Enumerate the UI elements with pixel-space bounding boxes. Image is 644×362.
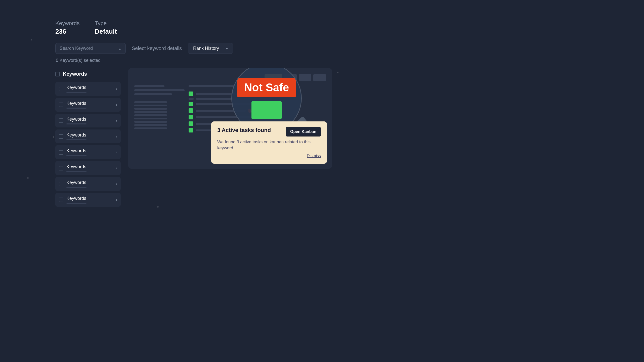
type-label: Type <box>95 20 117 27</box>
keyword-name: Keywords <box>66 85 113 90</box>
green-status-indicator <box>189 121 193 126</box>
green-status-indicator <box>189 102 193 106</box>
notification-body: We found 3 active tasks on kanban relate… <box>217 139 321 151</box>
chevron-right-icon: › <box>116 87 117 91</box>
search-icon: ⌕ <box>119 46 121 51</box>
keyword-name: Keywords <box>66 117 113 122</box>
chevron-right-icon: › <box>116 182 117 186</box>
green-status-indicator <box>189 128 193 132</box>
item-checkbox[interactable] <box>59 182 63 186</box>
data-row-line <box>134 121 167 123</box>
keywords-stat: Keywords 236 <box>55 20 80 35</box>
chevron-right-icon: › <box>116 118 117 123</box>
data-row-line <box>134 114 167 116</box>
content-line <box>134 85 164 87</box>
notification-title: 3 Active tasks found <box>217 127 271 133</box>
keyword-name: Keywords <box>66 101 113 106</box>
item-checkbox[interactable] <box>59 103 63 107</box>
chevron-right-icon: › <box>116 150 117 155</box>
dismiss-button[interactable]: Dismiss <box>217 154 321 158</box>
keyword-panel: Keywords Keywords › Keywords › <box>55 68 121 209</box>
chevron-down-icon: ▾ <box>226 47 228 51</box>
keyword-bar <box>66 187 87 188</box>
content-line <box>134 89 185 91</box>
data-row-line <box>134 124 167 126</box>
green-status-indicator <box>189 92 193 96</box>
keyword-bar <box>66 203 87 204</box>
select-all-checkbox[interactable] <box>55 72 60 76</box>
green-status-indicator <box>189 108 193 113</box>
green-block <box>251 101 282 119</box>
keyword-bar <box>66 139 87 140</box>
data-row-line <box>134 101 167 103</box>
data-row-line <box>134 127 167 129</box>
data-row-line <box>134 105 167 106</box>
keyword-name: Keywords <box>66 180 113 185</box>
notification-header: 3 Active tasks found Open Kanban <box>217 127 321 137</box>
keyword-bar <box>66 123 87 124</box>
keywords-label: Keywords <box>55 20 80 27</box>
chevron-right-icon: › <box>116 166 117 170</box>
visualization-panel: Not Safe <box>128 68 332 169</box>
keyword-name: Keywords <box>66 196 113 201</box>
list-item[interactable]: Keywords › <box>55 82 121 96</box>
keyword-bar <box>66 155 87 156</box>
list-item[interactable]: Keywords › <box>55 193 121 207</box>
type-value: Default <box>95 28 117 35</box>
dropdown-value: Rank History <box>193 46 223 51</box>
list-item[interactable]: Keywords › <box>55 145 121 159</box>
keyword-bar <box>66 108 87 109</box>
keyword-list-header: Keywords <box>55 68 121 80</box>
list-item[interactable]: Keywords › <box>55 98 121 112</box>
item-checkbox[interactable] <box>59 118 63 123</box>
open-kanban-button[interactable]: Open Kanban <box>286 127 321 137</box>
search-input[interactable] <box>60 46 116 51</box>
search-box[interactable]: ⌕ <box>55 43 126 54</box>
list-item[interactable]: Keywords › <box>55 161 121 175</box>
list-item[interactable]: Keywords › <box>55 114 121 127</box>
keyword-bar <box>66 92 87 93</box>
spacer <box>189 98 194 100</box>
selected-count: 0 Keyword(s) selected <box>55 58 332 63</box>
item-checkbox[interactable] <box>59 134 63 139</box>
keywords-header: Keywords <box>63 71 87 77</box>
content-layout: Keywords Keywords › Keywords › <box>55 68 332 209</box>
keyword-name: Keywords <box>66 132 113 138</box>
item-checkbox[interactable] <box>59 150 63 155</box>
chevron-right-icon: › <box>116 103 117 107</box>
list-item[interactable]: Keywords › <box>55 177 121 191</box>
content-line <box>134 93 172 95</box>
data-row-line <box>134 108 167 110</box>
data-row-line <box>134 118 167 119</box>
filter-label: Select keyword details <box>132 46 182 51</box>
chevron-right-icon: › <box>116 198 117 202</box>
stats-row: Keywords 236 Type Default <box>55 20 332 35</box>
not-safe-badge: Not Safe <box>237 78 296 97</box>
data-rows-left <box>134 101 185 129</box>
list-item[interactable]: Keywords › <box>55 129 121 143</box>
chevron-right-icon: › <box>116 134 117 139</box>
notification-card: 3 Active tasks found Open Kanban We foun… <box>211 121 327 164</box>
keyword-name: Keywords <box>66 148 113 154</box>
keyword-bar <box>66 171 87 172</box>
search-filter-row: ⌕ Select keyword details Rank History ▾ <box>55 43 332 54</box>
viz-tab[interactable] <box>313 74 326 81</box>
keywords-value: 236 <box>55 28 80 35</box>
item-checkbox[interactable] <box>59 87 63 91</box>
viz-left-col <box>134 85 185 132</box>
keyword-name: Keywords <box>66 164 113 169</box>
data-row-line <box>134 111 167 113</box>
rank-history-dropdown[interactable]: Rank History ▾ <box>188 43 233 54</box>
type-stat: Type Default <box>95 20 117 35</box>
item-checkbox[interactable] <box>59 166 63 170</box>
item-checkbox[interactable] <box>59 198 63 202</box>
green-status-indicator <box>189 115 193 119</box>
